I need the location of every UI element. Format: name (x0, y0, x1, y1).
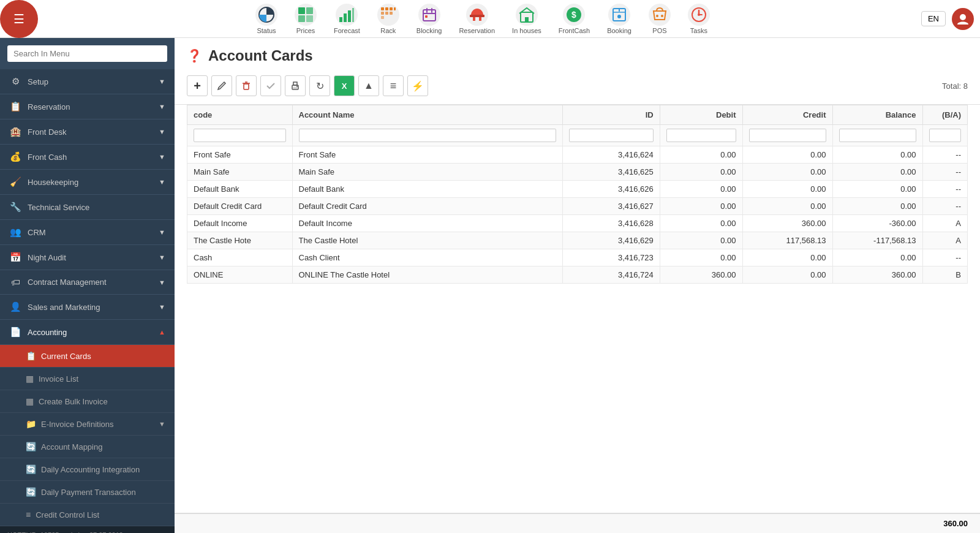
reservation-arrow: ▼ (159, 103, 165, 110)
sidebar-item-salesmarketing[interactable]: 👤 Sales and Marketing ▼ (0, 295, 175, 320)
table-row[interactable]: Default Credit Card Default Credit Card … (187, 198, 968, 215)
submenu-item-accountmapping[interactable]: 🔄 Account Mapping (0, 436, 175, 458)
cell-credit: 0.00 (742, 181, 832, 198)
sidebar-item-housekeeping[interactable]: 🧹 Housekeeping ▼ (0, 170, 175, 195)
nav-tasks[interactable]: Tasks (688, 4, 710, 34)
sidebar-item-frontdesk[interactable]: 🏨 Front Desk ▼ (0, 119, 175, 145)
col-debit[interactable]: Debit (660, 105, 742, 125)
sidebar-item-crm[interactable]: 👥 CRM ▼ (0, 220, 175, 245)
sidebar-item-accounting[interactable]: 📄 Accounting ▲ (0, 320, 175, 345)
cell-accountname: Cash Client (292, 249, 562, 266)
nav-reservation[interactable]: Reservation (459, 4, 495, 34)
nav-inhouses[interactable]: In houses (512, 4, 541, 34)
svg-rect-8 (352, 8, 354, 22)
filter-code[interactable] (194, 129, 286, 142)
filter-accountname[interactable] (299, 129, 556, 142)
delete-button[interactable] (236, 75, 257, 96)
sidebar-item-frontcash[interactable]: 💰 Front Cash ▼ (0, 145, 175, 170)
svg-point-32 (661, 15, 663, 17)
table-row[interactable]: Default Bank Default Bank 3,416,626 0.00… (187, 181, 968, 198)
edit-button[interactable] (211, 75, 232, 96)
total-label: Total: 8 (942, 81, 968, 91)
nav-blocking[interactable]: Blocking (417, 4, 442, 34)
filter-balance[interactable] (839, 129, 916, 142)
svg-rect-22 (470, 15, 484, 17)
col-accountname[interactable]: Account Name (292, 105, 562, 125)
submenu-item-einvoice[interactable]: 📁 E-Invoice Definitions ▼ (0, 413, 175, 436)
nav-forecast[interactable]: Forecast (334, 4, 360, 34)
svg-rect-9 (381, 7, 384, 10)
sidebar: ⚙ Setup ▼ 📋 Reservation ▼ 🏨 Front Desk ▼… (0, 38, 175, 533)
filter-credit[interactable] (749, 129, 826, 142)
cell-debit: 0.00 (660, 198, 742, 215)
top-nav-icons: Status Prices Forecast Rack Blocking (44, 4, 921, 34)
invoicelist-icon: ▦ (26, 374, 34, 384)
submenu-item-dailyaccounting[interactable]: 🔄 Daily Accounting Integration (0, 458, 175, 481)
cell-balance: 0.00 (832, 164, 922, 181)
col-id[interactable]: ID (562, 105, 660, 125)
sidebar-item-contractmgmt[interactable]: 🏷 Contract Management ▼ (0, 270, 175, 295)
add-button[interactable]: + (187, 75, 208, 96)
filter-id[interactable] (569, 129, 654, 142)
menu-button[interactable]: ≡ (383, 75, 404, 96)
sidebar-footer: HOTELID: 19705 - admin - 27.07.2019 (0, 526, 175, 533)
cell-accountname: The Castle Hotel (292, 232, 562, 249)
cell-id: 3,416,624 (562, 146, 660, 164)
print-button[interactable] (285, 75, 306, 96)
nav-rack[interactable]: Rack (377, 4, 399, 34)
hamburger-button[interactable]: ☰ (0, 0, 38, 38)
submenu-item-currentcards[interactable]: 📋 Current Cards (0, 345, 175, 368)
cell-accountname: Front Safe (292, 146, 562, 164)
submenu-item-dailypayment[interactable]: 🔄 Daily Payment Transaction (0, 481, 175, 504)
nav-booking[interactable]: Booking (607, 4, 631, 34)
up-button[interactable]: ▲ (358, 75, 379, 96)
svg-point-30 (617, 15, 621, 18)
nav-prices[interactable]: Prices (295, 4, 317, 34)
sidebar-item-technicalservice[interactable]: 🔧 Technical Service (0, 195, 175, 220)
svg-rect-23 (473, 17, 475, 21)
cell-id: 3,416,627 (562, 198, 660, 215)
lang-button[interactable]: EN (921, 11, 946, 26)
top-navigation: ☰ Status Prices Forecast Rack (0, 0, 980, 38)
contractmgmt-icon: 🏷 (9, 277, 21, 287)
search-input[interactable] (7, 45, 167, 62)
frontdesk-icon: 🏨 (9, 126, 21, 137)
cell-debit: 360.00 (660, 266, 742, 284)
nav-pos[interactable]: POS (649, 4, 671, 34)
user-avatar[interactable] (952, 8, 974, 30)
svg-rect-6 (344, 13, 347, 22)
salesmarketing-arrow: ▼ (159, 303, 165, 311)
cell-code: Default Bank (187, 181, 293, 198)
col-ba[interactable]: (B/A) (922, 105, 968, 125)
nav-frontcash[interactable]: $ FrontCash (559, 4, 590, 34)
svg-rect-10 (385, 7, 388, 10)
cell-balance: -117,568.13 (832, 232, 922, 249)
table-row[interactable]: Default Income Default Income 3,416,628 … (187, 215, 968, 232)
col-balance[interactable]: Balance (832, 105, 922, 125)
help-icon[interactable]: ❓ (187, 48, 202, 63)
col-code[interactable]: code (187, 105, 293, 125)
table-row[interactable]: Front Safe Front Safe 3,416,624 0.00 0.0… (187, 146, 968, 164)
nightaudit-arrow: ▼ (159, 254, 165, 261)
sidebar-item-setup[interactable]: ⚙ Setup ▼ (0, 69, 175, 94)
check-button[interactable] (260, 75, 281, 96)
nav-status[interactable]: Status (255, 4, 277, 34)
sidebar-item-reservation[interactable]: 📋 Reservation ▼ (0, 94, 175, 119)
svg-rect-16 (381, 16, 384, 19)
filter-debit[interactable] (666, 129, 736, 142)
flash-button[interactable]: ⚡ (407, 75, 428, 96)
sidebar-item-nightaudit[interactable]: 📅 Night Audit ▼ (0, 245, 175, 270)
submenu-item-invoicelist[interactable]: ▦ Invoice List (0, 368, 175, 390)
refresh-button[interactable]: ↻ (309, 75, 330, 96)
table-row[interactable]: Cash Cash Client 3,416,723 0.00 0.00 0.0… (187, 249, 968, 266)
table-row[interactable]: ONLINE ONLINE The Castle Hotel 3,416,724… (187, 266, 968, 284)
col-credit[interactable]: Credit (742, 105, 832, 125)
filter-ba[interactable] (929, 129, 962, 142)
excel-button[interactable]: X (334, 75, 355, 96)
table-row[interactable]: The Castle Hote The Castle Hotel 3,416,6… (187, 232, 968, 249)
submenu-item-creditcontrol[interactable]: ≡ Credit Control List (0, 504, 175, 526)
svg-rect-38 (244, 84, 249, 89)
cell-ba: A (922, 232, 968, 249)
submenu-item-createbulkinvoice[interactable]: ▦ Create Bulk Invoice (0, 390, 175, 413)
table-row[interactable]: Main Safe Main Safe 3,416,625 0.00 0.00 … (187, 164, 968, 181)
